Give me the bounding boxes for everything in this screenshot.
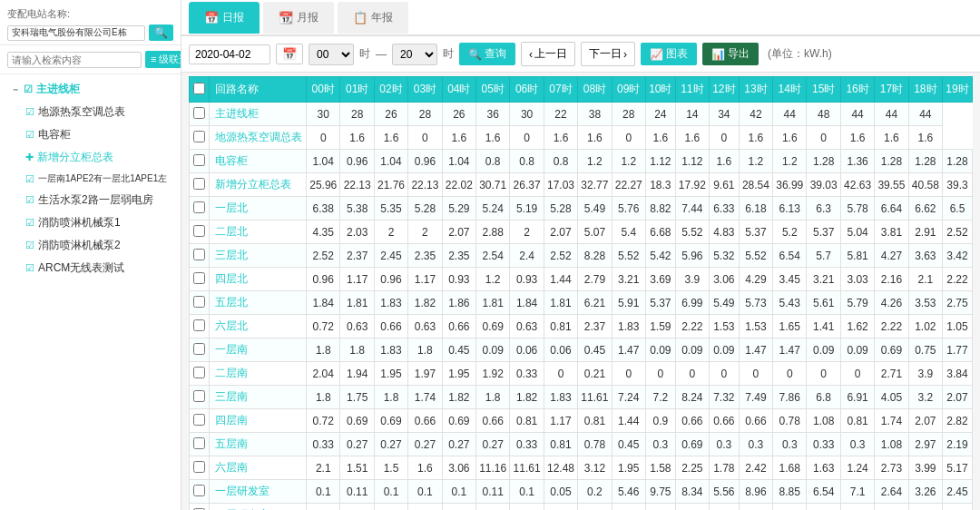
row-checkbox-cell[interactable] [190, 409, 210, 433]
sidebar-item-1f-1ape[interactable]: ☑ 一层南1APE2有一层北1APE1左 [0, 169, 181, 189]
row-name-cell[interactable]: 三层南 [210, 386, 307, 409]
row-checkbox[interactable] [193, 319, 205, 331]
row-name-cell[interactable]: 六层南 [210, 456, 307, 480]
row-name-cell[interactable]: 主进线柜 [210, 103, 307, 126]
row-data-cell: 39.3 [943, 173, 973, 197]
row-data-cell: 0.05 [544, 504, 577, 511]
th-14: 14时 [773, 77, 807, 103]
select-all-checkbox[interactable] [193, 83, 205, 94]
th-03: 03时 [408, 77, 442, 103]
row-checkbox-cell[interactable] [190, 386, 210, 409]
row-name-cell[interactable]: 地源热泵空调总表 [210, 126, 307, 150]
sidebar-item-arcm[interactable]: ☑ ARCM无线表测试 [0, 257, 181, 280]
row-data-cell: 2.07 [544, 221, 577, 244]
sidebar-item-ground-heat[interactable]: ☑ 地源热泵空调总表 [0, 101, 181, 123]
row-data-cell: 6.5 [943, 197, 973, 221]
row-name-cell[interactable]: 一层研发室 [210, 504, 307, 511]
row-checkbox[interactable] [193, 201, 205, 213]
station-input[interactable] [7, 25, 145, 41]
row-checkbox-cell[interactable] [190, 433, 210, 456]
row-checkbox[interactable] [193, 178, 205, 190]
row-data-cell: 30 [510, 103, 544, 126]
row-checkbox-cell[interactable] [190, 315, 210, 338]
row-name-cell[interactable]: 三层北 [210, 244, 307, 268]
row-checkbox[interactable] [193, 390, 205, 402]
row-data-cell: 0.66 [675, 409, 709, 433]
row-checkbox-cell[interactable] [190, 338, 210, 362]
row-checkbox[interactable] [193, 414, 205, 426]
row-name-cell[interactable]: 一层研发室 [210, 480, 307, 504]
prev-day-button[interactable]: ‹ 上一日 [521, 42, 575, 66]
date-input[interactable] [189, 44, 270, 64]
station-search-button[interactable]: 🔍 [149, 25, 173, 41]
row-data-cell: 12.48 [544, 456, 577, 480]
sidebar-item-water-pump[interactable]: ☑ 生活水泵2路一层弱电房 [0, 189, 181, 211]
row-checkbox[interactable] [193, 272, 205, 284]
row-checkbox[interactable] [193, 296, 205, 308]
row-checkbox[interactable] [193, 131, 205, 142]
row-checkbox[interactable] [193, 485, 205, 496]
row-name-cell[interactable]: 四层北 [210, 268, 307, 291]
next-day-button[interactable]: 下一日 › [581, 42, 635, 66]
row-checkbox-cell[interactable] [190, 103, 210, 126]
tab-yearly[interactable]: 📋 年报 [338, 2, 408, 34]
row-checkbox[interactable] [193, 225, 205, 237]
row-checkbox-cell[interactable] [190, 221, 210, 244]
row-checkbox[interactable] [193, 367, 205, 378]
calendar-button[interactable]: 📅 [276, 44, 303, 64]
tab-daily[interactable]: 📅 日报 [189, 2, 260, 34]
row-checkbox[interactable] [193, 249, 205, 260]
row-data-cell: 5.91 [612, 291, 645, 315]
row-data-cell: 6.18 [739, 197, 772, 221]
table-row: 三层南1.81.751.81.741.821.81.821.8311.617.2… [190, 386, 973, 409]
row-checkbox-cell[interactable] [190, 291, 210, 315]
advanced-filter-button[interactable]: ≡ 级联选择 [145, 51, 181, 68]
row-name-cell[interactable]: 五层北 [210, 291, 307, 315]
row-checkbox[interactable] [193, 107, 205, 119]
sidebar-item-main-bus[interactable]: － ☑ 主进线柜 [0, 78, 181, 101]
row-checkbox-cell[interactable] [190, 456, 210, 480]
row-checkbox-cell[interactable] [190, 268, 210, 291]
export-button[interactable]: 📊 导出 [702, 43, 759, 65]
row-data-cell: 5.35 [374, 197, 407, 221]
row-checkbox-cell[interactable] [190, 244, 210, 268]
row-checkbox-cell[interactable] [190, 126, 210, 150]
row-data-cell: 2.45 [943, 480, 973, 504]
row-checkbox-cell[interactable] [190, 173, 210, 197]
row-data-cell: 1.74 [875, 409, 908, 433]
row-checkbox-cell[interactable] [190, 504, 210, 511]
row-checkbox-cell[interactable] [190, 480, 210, 504]
row-data-cell: 2.1 [908, 268, 942, 291]
row-name-cell[interactable]: 二层北 [210, 221, 307, 244]
row-data-cell: 0.33 [807, 433, 840, 456]
row-checkbox[interactable] [193, 154, 205, 166]
sidebar-item-new-split[interactable]: ✚ 新增分立柜总表 [0, 146, 181, 169]
row-checkbox-cell[interactable] [190, 197, 210, 221]
row-name-cell[interactable]: 一层北 [210, 197, 307, 221]
chart-button[interactable]: 📈 图表 [641, 43, 697, 65]
sidebar-item-elec-cabinet[interactable]: ☑ 电容柜 [0, 123, 181, 146]
sidebar-item-fire-pump2[interactable]: ☑ 消防喷淋机械泵2 [0, 234, 181, 257]
row-checkbox[interactable] [193, 437, 205, 449]
sidebar-item-fire-pump1[interactable]: ☑ 消防喷淋机械泵1 [0, 211, 181, 234]
row-data-cell: 0 [307, 126, 340, 150]
filter-input[interactable] [7, 52, 142, 68]
row-name-cell[interactable]: 一层南 [210, 338, 307, 362]
th-check[interactable] [190, 77, 210, 103]
tab-monthly[interactable]: 📆 月报 [263, 2, 334, 34]
query-button[interactable]: 🔍 查询 [459, 43, 515, 65]
row-checkbox-cell[interactable] [190, 362, 210, 386]
hour-select[interactable]: 000106121823 [309, 44, 354, 65]
row-checkbox-cell[interactable] [190, 150, 210, 173]
row-data-cell: 1.6 [875, 126, 908, 150]
minute-select[interactable]: 2000153045 [392, 44, 437, 65]
row-name-cell[interactable]: 新增分立柜总表 [210, 173, 307, 197]
row-name-cell[interactable]: 电容柜 [210, 150, 307, 173]
row-name-cell[interactable]: 六层北 [210, 315, 307, 338]
row-name-cell[interactable]: 二层南 [210, 362, 307, 386]
row-checkbox[interactable] [193, 343, 205, 355]
row-data-cell: 0.81 [510, 409, 544, 433]
row-name-cell[interactable]: 四层南 [210, 409, 307, 433]
row-checkbox[interactable] [193, 461, 205, 473]
row-name-cell[interactable]: 五层南 [210, 433, 307, 456]
